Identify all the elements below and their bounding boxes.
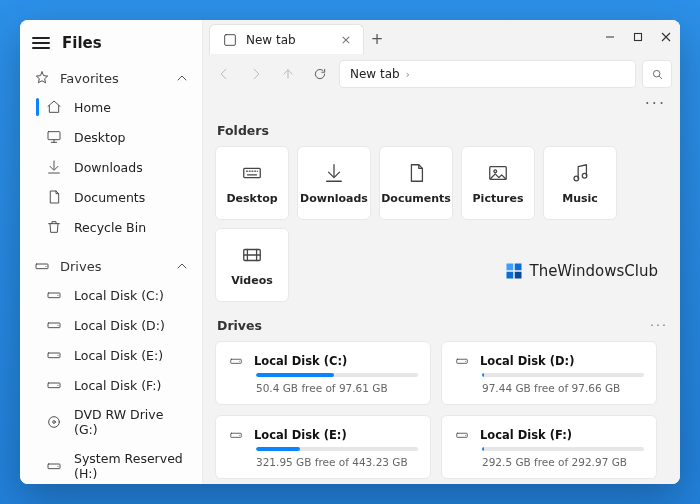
svg-point-2 (45, 266, 46, 267)
svg-point-18 (653, 70, 660, 77)
sidebar: Files Favorites HomeDesktopDownloadsDocu… (20, 20, 203, 484)
drive-free-text: 321.95 GB free of 443.23 GB (256, 456, 418, 468)
sidebar-item-dvd-rw-drive-g-[interactable]: DVD RW Drive (G:) (36, 400, 194, 444)
sidebar-item-downloads[interactable]: Downloads (36, 152, 194, 182)
sidebar-item-label: Recycle Bin (74, 220, 146, 235)
sidebar-item-system-reserved-h-[interactable]: System Reserved (H:) (36, 444, 194, 484)
sidebar-item-label: Local Disk (C:) (74, 288, 164, 303)
drives-label: Drives (60, 259, 101, 274)
sidebar-item-label: Desktop (74, 130, 126, 145)
search-button[interactable] (642, 60, 672, 88)
more-options-button[interactable]: ··· (645, 94, 666, 113)
hamburger-icon[interactable] (32, 36, 52, 50)
drive-tile-local-disk-e-[interactable]: Local Disk (E:)321.95 GB free of 443.23 … (215, 415, 431, 479)
folder-tile-downloads[interactable]: Downloads (297, 146, 371, 220)
drives-more-button[interactable]: ··· (650, 318, 668, 333)
folder-tile-desktop[interactable]: Desktop (215, 146, 289, 220)
drive-usage-bar (256, 447, 418, 451)
folder-tile-pictures[interactable]: Pictures (461, 146, 535, 220)
drive-tile-local-disk-d-[interactable]: Local Disk (D:)97.44 GB free of 97.66 GB (441, 341, 657, 405)
close-tab-button[interactable]: × (337, 31, 355, 49)
download-icon (323, 162, 345, 184)
document-icon (405, 162, 427, 184)
drive-icon (46, 347, 62, 363)
keyboard-icon (241, 162, 263, 184)
chevron-right-icon: › (406, 69, 410, 80)
sidebar-item-home[interactable]: Home (36, 92, 194, 122)
sidebar-item-label: DVD RW Drive (G:) (74, 407, 188, 437)
video-icon (241, 244, 263, 266)
drive-name: Local Disk (C:) (254, 354, 347, 368)
folder-label: Videos (231, 274, 273, 287)
desktop-icon (46, 129, 62, 145)
sidebar-item-label: Local Disk (E:) (74, 348, 163, 363)
home-icon (46, 99, 62, 115)
svg-point-21 (494, 169, 497, 172)
drive-free-text: 292.5 GB free of 292.97 GB (482, 456, 644, 468)
drive-usage-bar (482, 373, 644, 377)
sidebar-section-drives[interactable]: Drives (30, 252, 194, 280)
chevron-up-icon (174, 258, 190, 274)
svg-point-8 (57, 355, 58, 356)
svg-point-6 (57, 325, 58, 326)
download-icon (46, 159, 62, 175)
drive-icon (46, 287, 62, 303)
minimize-button[interactable] (596, 20, 624, 54)
address-bar[interactable]: New tab › (339, 60, 636, 88)
sidebar-item-label: Home (74, 100, 111, 115)
sidebar-item-label: Documents (74, 190, 145, 205)
sidebar-section-favorites[interactable]: Favorites (30, 64, 194, 92)
sidebar-item-desktop[interactable]: Desktop (36, 122, 194, 152)
svg-point-14 (57, 466, 58, 467)
sidebar-item-local-disk-f-[interactable]: Local Disk (F:) (36, 370, 194, 400)
sidebar-item-local-disk-e-[interactable]: Local Disk (E:) (36, 340, 194, 370)
svg-point-10 (57, 385, 58, 386)
svg-rect-16 (225, 34, 236, 45)
app-window: Files Favorites HomeDesktopDownloadsDocu… (20, 20, 680, 484)
svg-rect-17 (635, 34, 642, 41)
sidebar-item-label: Downloads (74, 160, 143, 175)
drive-icon (454, 354, 470, 368)
tab[interactable]: New tab × (209, 24, 364, 54)
svg-rect-19 (244, 168, 261, 177)
svg-point-4 (57, 295, 58, 296)
music-icon (569, 162, 591, 184)
disc-icon (46, 414, 62, 430)
star-icon (34, 70, 50, 86)
forward-button[interactable] (243, 61, 269, 87)
folder-label: Downloads (300, 192, 368, 205)
folder-label: Music (562, 192, 598, 205)
trash-icon (46, 219, 62, 235)
drive-icon (228, 428, 244, 442)
svg-point-12 (53, 421, 56, 424)
drive-free-text: 50.4 GB free of 97.61 GB (256, 382, 418, 394)
sidebar-item-label: Local Disk (D:) (74, 318, 165, 333)
maximize-button[interactable] (624, 20, 652, 54)
drive-icon (228, 354, 244, 368)
drive-icon (46, 317, 62, 333)
svg-point-26 (239, 361, 240, 362)
sidebar-item-local-disk-c-[interactable]: Local Disk (C:) (36, 280, 194, 310)
tab-title: New tab (246, 33, 296, 47)
drive-usage-bar (482, 447, 644, 451)
drive-tile-local-disk-f-[interactable]: Local Disk (F:)292.5 GB free of 292.97 G… (441, 415, 657, 479)
refresh-button[interactable] (307, 61, 333, 87)
folder-tile-music[interactable]: Music (543, 146, 617, 220)
back-button[interactable] (211, 61, 237, 87)
drives-section-label: Drives ··· (217, 318, 668, 333)
nav-row: New tab › (203, 54, 680, 94)
favorites-label: Favorites (60, 71, 119, 86)
up-button[interactable] (275, 61, 301, 87)
breadcrumb-current: New tab (350, 67, 400, 81)
new-tab-button[interactable]: + (364, 24, 390, 54)
folder-tile-documents[interactable]: Documents (379, 146, 453, 220)
sidebar-item-local-disk-d-[interactable]: Local Disk (D:) (36, 310, 194, 340)
sidebar-item-recycle-bin[interactable]: Recycle Bin (36, 212, 194, 242)
folder-tile-videos[interactable]: Videos (215, 228, 289, 302)
drive-usage-bar (256, 373, 418, 377)
drive-tile-local-disk-c-[interactable]: Local Disk (C:)50.4 GB free of 97.61 GB (215, 341, 431, 405)
sidebar-item-documents[interactable]: Documents (36, 182, 194, 212)
sidebar-item-label: Local Disk (F:) (74, 378, 161, 393)
tab-icon (222, 32, 238, 48)
close-window-button[interactable] (652, 20, 680, 54)
